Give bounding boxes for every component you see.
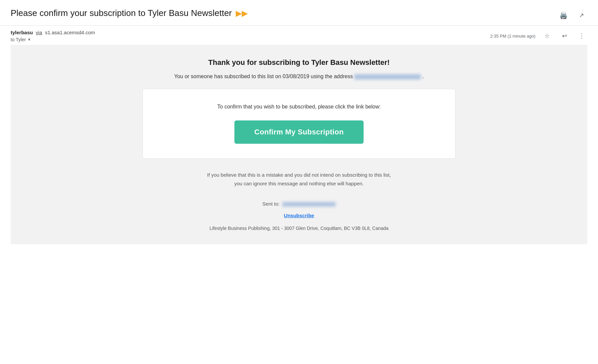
print-button[interactable]: 🖨️ xyxy=(557,9,569,21)
blurred-recipient-email xyxy=(282,202,336,207)
sender-right-actions: 2:35 PM (1 minute ago) ☆ ↩ ⋮ xyxy=(490,30,587,42)
mistake-text: If you believe that this is a mistake an… xyxy=(182,171,416,188)
mistake-line2: you can ignore this message and nothing … xyxy=(234,181,364,186)
star-icon: ☆ xyxy=(544,32,550,40)
star-button[interactable]: ☆ xyxy=(541,30,553,42)
confirmation-box: To confirm that you wish to be subscribe… xyxy=(143,89,455,159)
email-body-container: Thank you for subscribing to Tyler Basu … xyxy=(11,45,587,244)
to-dropdown-arrow: ▼ xyxy=(27,37,31,42)
mistake-line1: If you believe that this is a mistake an… xyxy=(207,172,391,178)
reply-icon: ↩ xyxy=(562,32,567,40)
to-label: to Tyler xyxy=(11,37,26,42)
subject-text: Please confirm your subscription to Tyle… xyxy=(11,8,232,18)
blurred-email-address xyxy=(354,74,421,80)
subscribed-text-prefix: You or someone has subscribed to this li… xyxy=(174,74,353,79)
unsubscribe-link[interactable]: Unsubscribe xyxy=(17,213,581,218)
confirm-subscription-button[interactable]: Confirm My Subscription xyxy=(234,120,364,144)
subscribed-text: You or someone has subscribed to this li… xyxy=(17,74,581,80)
header-actions: 🖨️ ↗ xyxy=(557,8,587,21)
sender-name-line: tylerbasu via s1.asa1.acemsd4.com xyxy=(11,30,95,36)
reply-button[interactable]: ↩ xyxy=(559,30,570,42)
print-icon: 🖨️ xyxy=(559,11,568,19)
sender-via-label: via xyxy=(34,30,44,35)
confirm-instruction: To confirm that you wish to be subscribe… xyxy=(156,104,442,110)
email-header: Please confirm your subscription to Tyle… xyxy=(0,0,598,26)
timestamp: 2:35 PM (1 minute ago) xyxy=(490,34,535,39)
sender-info: tylerbasu via s1.asa1.acemsd4.com to Tyl… xyxy=(11,30,95,42)
more-button[interactable]: ⋮ xyxy=(576,30,587,42)
to-line[interactable]: to Tyler ▼ xyxy=(11,37,95,42)
sender-domain: s1.asa1.acemsd4.com xyxy=(45,30,95,35)
external-link-button[interactable]: ↗ xyxy=(575,9,587,21)
sender-name: tylerbasu xyxy=(11,30,33,35)
external-icon: ↗ xyxy=(579,12,584,19)
email-headline: Thank you for subscribing to Tyler Basu … xyxy=(17,58,581,67)
sender-row: tylerbasu via s1.asa1.acemsd4.com to Tyl… xyxy=(0,26,598,45)
subscribed-text-suffix: . xyxy=(423,74,424,79)
sent-to-line: Sent to: xyxy=(17,201,581,207)
footer-address: Lifestyle Business Publishing, 301 - 300… xyxy=(17,226,581,231)
more-icon: ⋮ xyxy=(579,32,585,40)
email-subject: Please confirm your subscription to Tyle… xyxy=(11,8,248,18)
sent-to-label: Sent to: xyxy=(262,201,280,207)
forward-icon: ▶▶ xyxy=(236,9,248,18)
